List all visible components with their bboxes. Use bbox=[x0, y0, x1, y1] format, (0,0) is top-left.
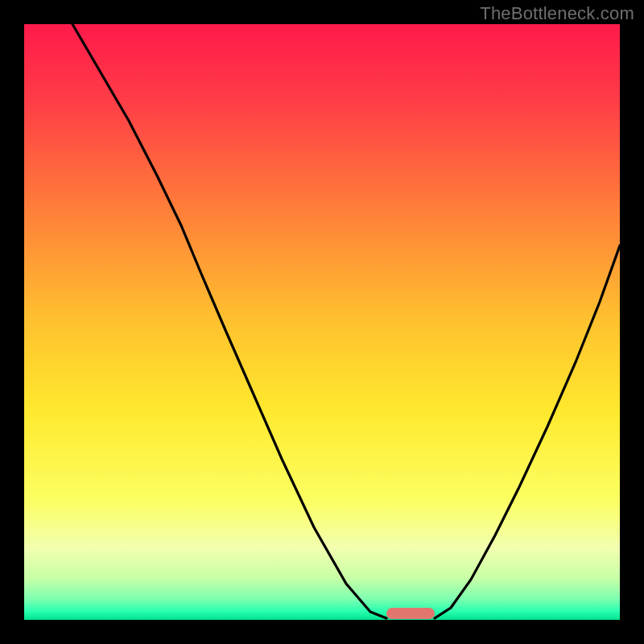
plot-area bbox=[24, 24, 620, 620]
watermark-text: TheBottleneck.com bbox=[480, 3, 634, 24]
optimum-marker bbox=[386, 608, 435, 619]
bottleneck-curve bbox=[24, 24, 620, 620]
